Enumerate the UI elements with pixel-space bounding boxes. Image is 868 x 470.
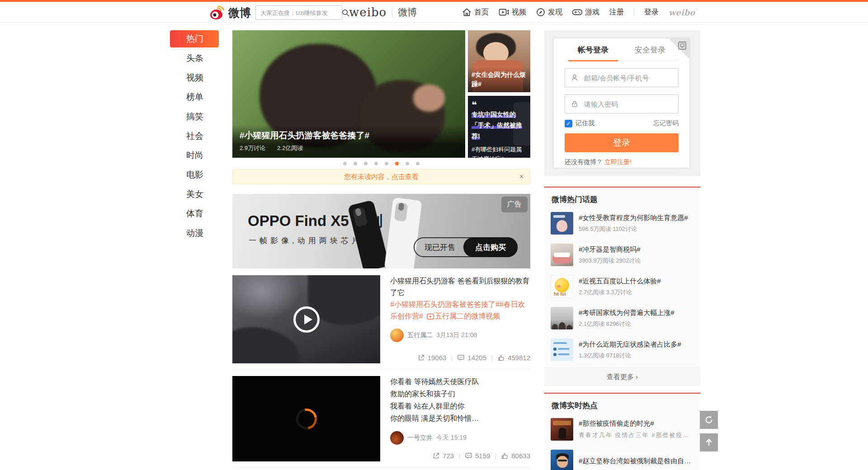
sidebar-item-video[interactable]: 视频 — [170, 69, 219, 86]
hot-topic-5[interactable]: #为什么近期无症状感染者占比多# 1.3亿阅读 9718讨论 — [544, 334, 700, 366]
topic-info: #女性受教育程度为何影响生育意愿# 596.5万阅读 1102讨论 — [579, 214, 688, 233]
main-feed-column: #小猩猩用石头扔游客被爸爸揍了# 2.9万讨论 2.2亿阅读 #女生会因为什么烦… — [232, 30, 530, 470]
password-input[interactable] — [583, 100, 678, 108]
ad-onsale-label: 现已开售 — [425, 242, 455, 253]
username-input[interactable] — [583, 74, 678, 82]
search-icon[interactable] — [342, 9, 349, 17]
qr-code-icon[interactable] — [677, 41, 687, 51]
realtime-item-2[interactable]: #赵立坚称台湾如被俄制裁是咎由自… — [544, 445, 700, 470]
carousel-dot-3[interactable] — [364, 162, 368, 165]
post-1-video-thumbnail[interactable] — [232, 275, 380, 363]
sidebar-item-funny[interactable]: 搞笑 — [170, 108, 219, 125]
avatar[interactable] — [390, 329, 404, 342]
post-2-video-thumbnail[interactable] — [232, 376, 380, 461]
ad-buy-button[interactable]: 点击购买 — [463, 237, 518, 257]
topic-title[interactable]: #那些被疫情偷走的时光# — [579, 419, 694, 428]
carousel-dot-1[interactable] — [343, 162, 347, 165]
hot-topic-1[interactable]: #女性受教育程度为何影响生育意愿# 596.5万阅读 1102讨论 — [544, 207, 700, 239]
register-link[interactable]: 注册 — [609, 8, 624, 17]
ad-banner-oppo[interactable]: OPPO Find X5 系列 一帧影像,动用两块芯片 现已开售 点击购买 广告 — [232, 194, 530, 268]
comment-button[interactable]: 5159 — [465, 452, 490, 460]
carousel-dot-5[interactable] — [385, 162, 388, 165]
like-count: 80633 — [511, 452, 530, 460]
sidebar-item-anime[interactable]: 动漫 — [170, 225, 219, 242]
close-icon[interactable]: × — [519, 173, 524, 181]
forgot-password-link[interactable]: 忘记密码 — [653, 119, 679, 127]
unread-notice-text[interactable]: 您有未读内容，点击查看 — [344, 173, 419, 181]
side-card-baby[interactable]: #女生会因为什么烦躁# — [468, 30, 530, 92]
post-1-video-link[interactable]: 五行属二的微博视频 — [425, 312, 500, 320]
search-input[interactable] — [256, 9, 342, 16]
brand-weibo-en: weibo — [349, 5, 387, 19]
nav-home[interactable]: 首页 — [462, 8, 489, 17]
refresh-button[interactable] — [700, 411, 718, 429]
category-sidebar: 热门 头条 视频 榜单 搞笑 社会 时尚 电影 美女 体育 动漫 — [170, 30, 219, 244]
share-button[interactable]: 19063 — [417, 354, 447, 362]
right-column: 帐号登录 安全登录 ✓ 记住我 — [544, 30, 700, 470]
sidebar-item-headlines[interactable]: 头条 — [170, 50, 219, 67]
topic-title[interactable]: #赵立坚称台湾如被俄制裁是咎由自… — [579, 457, 691, 465]
decor — [553, 353, 557, 356]
carousel-slide[interactable]: #小猩猩用石头扔游客被爸爸揍了# 2.9万讨论 2.2亿阅读 — [232, 30, 465, 158]
sidebar-item-society[interactable]: 社会 — [170, 127, 219, 145]
sidebar-item-beauty[interactable]: 美女 — [170, 186, 219, 203]
avatar[interactable] — [390, 431, 404, 445]
hot-topics-title: 微博热门话题 — [544, 188, 700, 207]
decor — [553, 342, 567, 344]
hot-topic-4[interactable]: #考研国家线为何普遍大幅上涨# 2.1亿阅读 8296讨论 — [544, 302, 700, 334]
hot-topic-3[interactable]: hè tui #近视五百度以上什么体验# 2.7亿阅读 3.3万讨论 — [544, 271, 700, 302]
nav-video[interactable]: 视频 — [499, 8, 526, 17]
share-button[interactable]: 723 — [432, 452, 454, 460]
sidebar-item-fashion[interactable]: 时尚 — [170, 147, 219, 164]
remember-checkbox[interactable]: ✓ — [565, 120, 572, 127]
nav-game[interactable]: 游戏 — [572, 8, 599, 17]
carousel-caption[interactable]: #小猩猩用石头扔游客被爸爸揍了# — [240, 130, 458, 141]
like-button[interactable]: 80633 — [501, 452, 530, 460]
hot-topics-module: 微博热门话题 #女性受教育程度为何影响生育意愿# 596.5万阅读 1102讨论 — [544, 187, 700, 386]
carousel-dot-6-active[interactable] — [395, 162, 399, 165]
search-box[interactable] — [255, 5, 342, 20]
back-to-top-button[interactable] — [700, 433, 718, 451]
sidebar-item-hot[interactable]: 热门 — [170, 30, 219, 47]
view-more-link[interactable]: 查看更多 › — [544, 367, 700, 386]
topic-title[interactable]: #冲牙器是智商税吗# — [579, 245, 641, 254]
sidebar-item-rank[interactable]: 榜单 — [170, 89, 219, 106]
game-icon — [572, 8, 582, 17]
tab-account-login[interactable]: 帐号登录 — [565, 45, 622, 61]
tab-safe-login[interactable]: 安全登录 — [622, 45, 679, 61]
realtime-item-1[interactable]: #那些被疫情偷走的时光# 青春才几年 疫情占三年 #那些被疫情… — [544, 414, 700, 445]
login-submit-button[interactable]: 登录 — [565, 133, 679, 152]
topic-title[interactable]: #女性受教育程度为何影响生育意愿# — [579, 214, 688, 222]
post-1-author[interactable]: 五行属二 — [407, 331, 433, 339]
nav-video-label: 视频 — [512, 8, 526, 17]
login-module: 帐号登录 安全登录 ✓ 记住我 — [544, 30, 700, 176]
carousel-dot-4[interactable] — [374, 162, 378, 165]
topic-info: #那些被疫情偷走的时光# 青春才几年 疫情占三年 #那些被疫情… — [579, 419, 694, 439]
topic-title[interactable]: #为什么近期无症状感染者占比多# — [579, 340, 681, 349]
feed-post-1: 小猩猩用石头扔游客 爸爸看到后狠狠的教育了它 #小猩猩用石头扔游客被爸爸揍了##… — [232, 275, 530, 363]
side-card-surgery[interactable]: ❝ 专坑中国女性的「手术」依然被推荐! #有哪些妇科问题属于过度治疗# — [468, 96, 530, 158]
post-2-author[interactable]: 一号立井 — [407, 434, 433, 442]
like-button[interactable]: 459812 — [497, 354, 530, 362]
carousel-dot-8[interactable] — [416, 162, 420, 165]
login-tabs: 帐号登录 安全登录 — [565, 45, 679, 61]
weibo-logo[interactable]: 微博 — [209, 5, 251, 20]
hot-topic-2[interactable]: #冲牙器是智商税吗# 3903.9万阅读 2902讨论 — [544, 239, 700, 271]
share-icon — [417, 354, 425, 362]
feed-divider — [232, 467, 530, 467]
remember-label[interactable]: 记住我 — [576, 119, 594, 127]
topic-title[interactable]: #考研国家线为何普遍大幅上涨# — [579, 309, 675, 317]
carousel-dot-2[interactable] — [354, 162, 357, 165]
share-count: 723 — [443, 452, 454, 460]
post-2-line: 救助的家长和孩子们 — [390, 388, 530, 400]
nav-discover[interactable]: 发现 — [536, 8, 562, 17]
play-button-icon[interactable] — [293, 306, 320, 333]
topic-title[interactable]: #近视五百度以上什么体验# — [579, 277, 661, 286]
comment-button[interactable]: 14205 — [457, 354, 486, 362]
register-now-link[interactable]: 立即注册! — [604, 158, 632, 165]
decor — [553, 215, 565, 218]
sidebar-item-movie[interactable]: 电影 — [170, 166, 219, 183]
login-link[interactable]: 登录 — [644, 8, 659, 17]
carousel-dot-7[interactable] — [406, 162, 409, 165]
sidebar-item-sports[interactable]: 体育 — [170, 205, 219, 222]
